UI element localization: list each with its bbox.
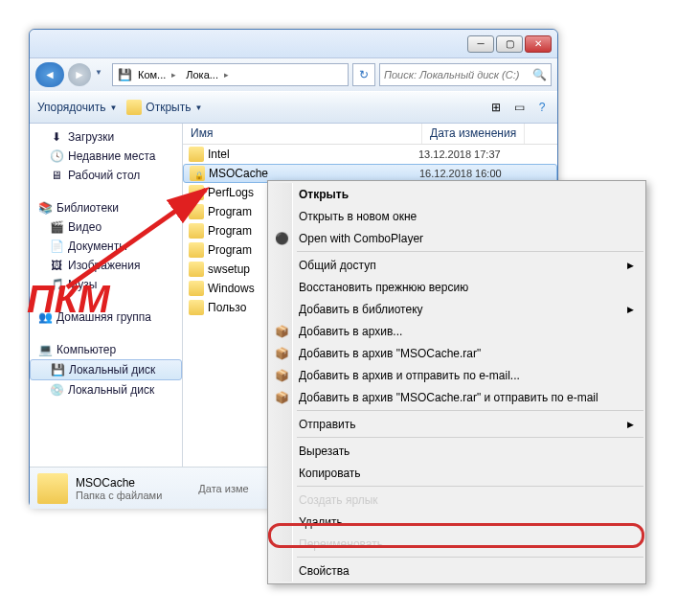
computer-icon: 💻 [37,342,53,357]
search-box[interactable]: 🔍 [379,63,552,86]
video-icon: 🎬 [49,219,64,235]
address-bar[interactable]: 💾 Ком... Лока... [112,63,349,86]
pictures-icon: 🖼 [49,258,64,273]
minimize-button[interactable]: ─ [467,35,494,53]
ctx-separator [297,437,643,438]
winrar-icon: 📦 [274,368,289,383]
titlebar: ─ ▢ ✕ [30,30,557,58]
help-icon[interactable]: ? [534,100,550,115]
drive-icon: 💿 [49,382,64,398]
ctx-separator [297,251,643,252]
column-name[interactable]: Имя [183,124,422,144]
forward-button[interactable]: ► [68,63,91,86]
search-input[interactable] [384,69,528,80]
winrar-icon: 📦 [274,390,289,405]
ctx-comboplayer[interactable]: ⚫Open with ComboPlayer [270,227,643,249]
file-row[interactable]: Intel13.12.2018 17:37 [183,145,557,164]
ctx-copy[interactable]: Копировать [270,462,643,484]
sidebar-item-pictures[interactable]: 🖼Изображения [30,256,182,275]
details-name: MSOCache [76,476,162,490]
folder-icon [189,204,204,219]
folder-icon [189,147,204,162]
preview-pane-icon[interactable]: ▭ [511,100,527,115]
view-options-icon[interactable]: ⊞ [488,100,504,115]
ctx-separator [297,557,643,558]
open-button[interactable]: Открыть ▼ [126,100,202,115]
winrar-icon: 📦 [274,324,289,339]
close-button[interactable]: ✕ [525,35,552,53]
sidebar-item-desktop[interactable]: 🖥Рабочий стол [30,166,182,185]
details-type: Папка с файлами [76,490,162,501]
sidebar-item-documents[interactable]: 📄Документы [30,237,182,256]
sidebar-item-localdisk-d[interactable]: 💿Локальный диск [30,380,182,399]
ctx-add-archive-named[interactable]: 📦Добавить в архив "MSOCache.rar" [270,342,643,364]
nav-bar: ◄ ► ▼ 💾 Ком... Лока... ↻ 🔍 [30,58,557,91]
folder-icon [189,223,204,239]
ctx-rename[interactable]: Переименовать [270,533,643,555]
breadcrumb-localdisk[interactable]: Лока... [182,67,233,82]
ctx-delete[interactable]: Удалить [270,511,643,533]
ctx-cut[interactable]: Вырезать [270,440,643,462]
sidebar-item-localdisk-c[interactable]: 💾Локальный диск [30,359,182,380]
submenu-arrow-icon: ▶ [627,261,634,270]
ctx-open[interactable]: Открыть [270,183,643,205]
submenu-arrow-icon: ▶ [627,420,634,429]
ctx-archive-email-named[interactable]: 📦Добавить в архив "MSOCache.rar" и отпра… [270,386,643,408]
locked-folder-icon [190,166,205,181]
downloads-icon: ⬇ [49,129,64,145]
ctx-add-library[interactable]: Добавить в библиотеку▶ [270,298,643,320]
ctx-send-to[interactable]: Отправить▶ [270,413,643,435]
nav-history-dropdown[interactable]: ▼ [95,68,108,81]
music-icon: 🎵 [49,277,64,292]
details-date-label: Дата изме [198,483,248,494]
ctx-separator [297,410,643,411]
column-date[interactable]: Дата изменения [422,124,525,144]
back-button[interactable]: ◄ [35,62,64,87]
sidebar-item-recent[interactable]: 🕓Недавние места [30,147,182,166]
drive-icon: 💾 [50,362,65,377]
ctx-archive-email[interactable]: 📦Добавить в архив и отправить по e-mail.… [270,364,643,386]
ctx-separator [297,486,643,487]
organize-button[interactable]: Упорядочить ▼ [37,101,117,114]
details-folder-icon [37,473,68,504]
drive-icon: 💾 [117,67,132,82]
homegroup-icon: 👥 [37,309,53,325]
folder-icon [189,242,204,258]
comboplayer-icon: ⚫ [274,231,289,246]
sidebar-item-downloads[interactable]: ⬇Загрузки [30,127,182,147]
desktop-icon: 🖥 [49,168,64,183]
sidebar-item-libraries[interactable]: 📚Библиотеки [30,198,182,217]
sidebar-item-homegroup[interactable]: 👥Домашняя группа [30,308,182,327]
ctx-properties[interactable]: Свойства [270,559,643,582]
sidebar-item-music[interactable]: 🎵Музы [30,275,182,294]
breadcrumb-computer[interactable]: Ком... [134,67,180,82]
folder-icon [126,100,142,115]
folder-icon [189,281,204,296]
ctx-add-archive[interactable]: 📦Добавить в архив... [270,320,643,342]
sidebar-item-computer[interactable]: 💻Компьютер [30,340,182,359]
search-icon: 🔍 [531,67,547,82]
sidebar: ⬇Загрузки 🕓Недавние места 🖥Рабочий стол … [30,124,183,467]
ctx-create-shortcut[interactable]: Создать ярлык [270,489,643,511]
folder-icon [189,300,204,315]
documents-icon: 📄 [49,239,64,254]
sidebar-item-videos[interactable]: 🎬Видео [30,217,182,237]
ctx-restore-version[interactable]: Восстановить прежнюю версию [270,276,643,298]
refresh-button[interactable]: ↻ [352,63,375,86]
recent-icon: 🕓 [49,148,64,164]
breadcrumb-tail[interactable] [235,73,246,77]
column-headers: Имя Дата изменения [183,124,557,145]
libraries-icon: 📚 [37,200,53,216]
folder-icon [189,262,204,277]
folder-icon [189,185,204,200]
ctx-share[interactable]: Общий доступ▶ [270,254,643,276]
winrar-icon: 📦 [274,346,289,361]
submenu-arrow-icon: ▶ [627,305,634,314]
maximize-button[interactable]: ▢ [496,35,523,53]
context-menu: Открыть Открыть в новом окне ⚫Open with … [267,180,646,584]
toolbar: Упорядочить ▼ Открыть ▼ ⊞ ▭ ? [30,91,557,124]
ctx-open-new-window[interactable]: Открыть в новом окне [270,205,643,227]
